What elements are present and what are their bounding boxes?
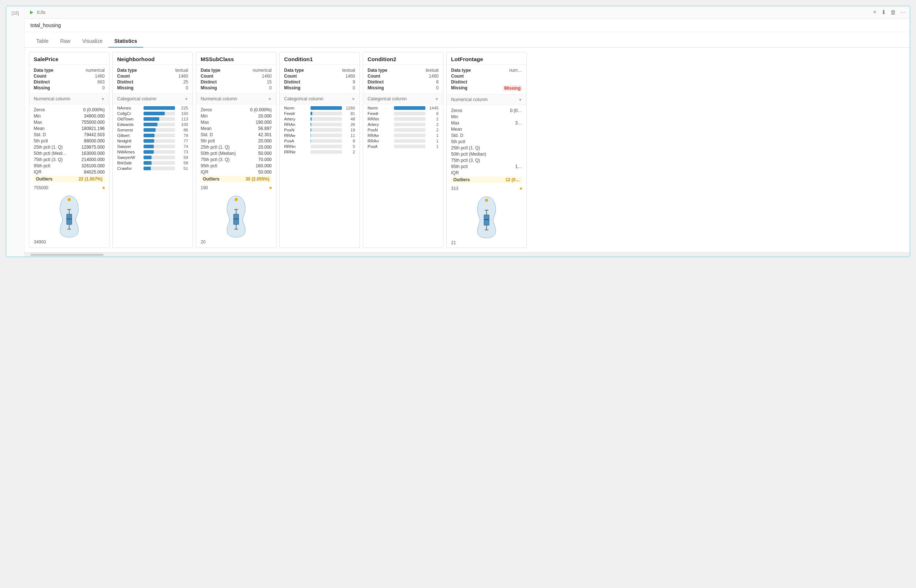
horizontal-scrollbar[interactable]: [24, 252, 910, 257]
violin-max-label: 313: [447, 186, 527, 193]
stat-row: Zeros 0 (0.000%): [200, 107, 271, 113]
bar-item: RRNe 2: [284, 150, 355, 154]
stat-row: Min 34900.000: [34, 113, 105, 119]
stat-row: Std. D 42.301: [200, 131, 271, 138]
stats-container: SalePrice Data typenumerical Count1460 D…: [24, 48, 910, 252]
bar-track: [144, 161, 175, 165]
stat-row: 25th pctl (1. Q) 20.000: [200, 144, 271, 150]
scrollbar-thumb[interactable]: [31, 254, 103, 256]
outliers-row: Outliers 12 (0…: [451, 176, 522, 183]
bar-item: Feedr 6: [368, 111, 439, 116]
cell-gutter: [18]: [6, 6, 24, 257]
bar-track: [310, 128, 342, 132]
stat-column-saleprice: SalePrice Data typenumerical Count1460 D…: [29, 52, 110, 248]
bar-fill: [144, 150, 154, 154]
bar-track: [394, 117, 425, 121]
bar-track: [310, 111, 342, 115]
bar-fill: [144, 166, 151, 170]
bar-item: NridgHt 77: [117, 139, 188, 143]
bar-fill: [310, 134, 311, 137]
bar-track: [144, 117, 175, 121]
notebook-cell: [18] 0.0s + ⬇ 🗑 ··· total_housing: [6, 6, 910, 257]
bar-item: RRAe 1: [368, 133, 439, 138]
tab-raw[interactable]: Raw: [54, 35, 76, 48]
bar-fill: [144, 117, 159, 121]
stats-list: Zeros 0 (0.000%) Min 20.000 Max 190.000 …: [196, 104, 276, 185]
svg-point-14: [235, 198, 237, 201]
col-type-dropdown[interactable]: Categorical column ▼: [363, 94, 443, 104]
bar-track: [144, 123, 175, 126]
bar-track: [144, 134, 175, 137]
stats-list: Zeros 0 (0.000%) Min 34900.000 Max 75500…: [29, 104, 109, 185]
bar-fill: [394, 106, 425, 110]
bar-item: OldTown 113: [117, 117, 188, 121]
bar-item: PosN 19: [284, 128, 355, 132]
col-header: SalePrice: [29, 52, 109, 65]
bar-list: NAmes 225 CollgCr 150 OldTown 113: [113, 104, 192, 173]
bar-item: Feedr 81: [284, 111, 355, 116]
stat-column-lotfrontage: LotFrontage Data typenum… Count Distinct…: [446, 52, 527, 248]
bar-track: [144, 145, 175, 148]
violin-min-label: 20: [196, 239, 276, 247]
violin-max-label: 190: [196, 185, 276, 192]
bar-track: [310, 123, 342, 126]
bar-item: CollgCr 150: [117, 111, 188, 116]
col-type-dropdown[interactable]: Numerical column ▼: [447, 94, 527, 105]
stat-row: Max 3…: [451, 120, 522, 126]
stat-row: 50th pctl (Median): [451, 151, 522, 157]
bar-item: Gilbert 79: [117, 133, 188, 138]
tab-statistics[interactable]: Statistics: [108, 35, 143, 48]
bar-item: PosA 8: [284, 139, 355, 143]
bar-fill: [144, 123, 157, 126]
bar-track: [144, 139, 175, 143]
tabs-row: Table Raw Visualize Statistics: [24, 32, 910, 48]
stat-row: Mean: [451, 126, 522, 132]
stat-row: 95th pctl 326100.000: [34, 163, 105, 169]
bar-item: Sawyer 74: [117, 144, 188, 149]
bar-item: Somerst 86: [117, 128, 188, 132]
bar-track: [394, 111, 425, 115]
violin-min-label: 34900: [29, 239, 109, 247]
bar-track: [310, 145, 342, 148]
outliers-row: Outliers 30 (2.055%): [200, 176, 271, 183]
tab-table[interactable]: Table: [31, 35, 54, 48]
bar-list: Norm 1445 Feedr 6 RRNn 2: [363, 104, 443, 151]
col-header: Condition2: [363, 52, 443, 65]
bar-track: [394, 139, 425, 143]
tab-visualize[interactable]: Visualize: [76, 35, 108, 48]
stat-row: Mean 180921.196: [34, 125, 105, 131]
col-header: Condition1: [280, 52, 360, 65]
bar-fill: [144, 128, 156, 132]
bar-track: [144, 128, 175, 132]
col-header: Neighborhood: [113, 52, 192, 65]
col-type-dropdown[interactable]: Numerical column ▼: [196, 94, 276, 104]
stat-row: 5th pctl 20.000: [200, 138, 271, 144]
add-action[interactable]: +: [873, 8, 877, 16]
more-action[interactable]: ···: [901, 9, 905, 16]
download-action[interactable]: ⬇: [881, 9, 886, 16]
stat-row: 5th pctl 88000.000: [34, 138, 105, 144]
bar-track: [310, 106, 342, 110]
stat-row: 75th pctl (3. Q) 70.000: [200, 156, 271, 163]
svg-point-7: [68, 198, 71, 201]
bar-track: [310, 139, 342, 143]
col-type-dropdown[interactable]: Numerical column ▼: [29, 94, 109, 104]
cell-run-info: 0.0s: [29, 10, 45, 15]
violin-min-label: 21: [447, 240, 527, 247]
stat-row: 95th pctl 1…: [451, 163, 522, 170]
stat-row: IQR 50.000: [200, 169, 271, 175]
col-header: LotFrontage: [447, 52, 527, 65]
run-icon[interactable]: [29, 10, 34, 15]
delete-action[interactable]: 🗑: [890, 9, 896, 16]
cell-title: total_housing: [24, 19, 910, 32]
bar-track: [394, 123, 425, 126]
bar-item: RRAn 1: [368, 139, 439, 143]
col-header: MSSubClass: [196, 52, 276, 65]
col-meta: Data typetextual Count1460 Distinct9 Mis…: [280, 65, 360, 94]
bar-fill: [144, 106, 175, 110]
stats-list: Zeros 0 (0… Min Max 3… Mean Std. D 5th p…: [447, 105, 527, 186]
col-type-dropdown[interactable]: Categorical column ▼: [113, 94, 192, 104]
stat-column-neighborhood: Neighborhood Data typetextual Count1460 …: [112, 52, 193, 248]
col-type-dropdown[interactable]: Categorical column ▼: [280, 94, 360, 104]
stat-row: 25th pctl (1. Q): [451, 145, 522, 151]
